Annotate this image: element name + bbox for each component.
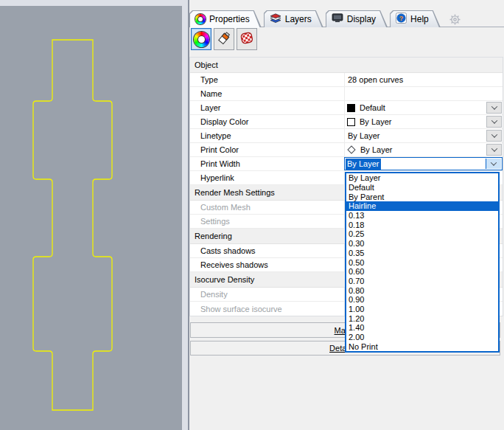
display-color-label: Display Color [200,117,248,126]
row-display-color: Display Color By Layer [190,115,503,129]
viewport-top-strip [0,0,182,6]
dropdown-item[interactable]: 0.80 [346,285,498,295]
tab-properties-label: Properties [209,14,250,24]
linetype-dropdown-button[interactable] [486,130,502,142]
dropdown-item[interactable]: No Print [346,341,498,351]
dropdown-item-selected[interactable]: Hairline [346,201,498,211]
print-width-value: By Layer [346,159,381,170]
display-color-swatch [347,118,355,126]
dropdown-item[interactable]: 0.25 [346,229,498,239]
tab-layers[interactable]: Layers [264,10,323,27]
print-width-label: Print Width [200,159,240,168]
tab-help[interactable]: ? Help [390,10,441,27]
panel-tab-bar: Properties Layers [189,10,443,27]
dropdown-item[interactable]: By Parent [346,192,498,201]
name-label: Name [200,89,222,98]
print-width-dropdown-button[interactable] [486,159,501,169]
print-color-dropdown-button[interactable] [486,144,502,156]
linetype-combobox[interactable]: By Layer [344,129,503,142]
display-color-dropdown-button[interactable] [486,116,502,128]
row-print-width: Print Width By Layer [190,157,503,171]
display-color-combobox[interactable]: By Layer [344,115,503,128]
row-type: Type 28 open curves [190,73,503,87]
dropdown-item[interactable]: 0.13 [346,211,498,221]
layer-combobox[interactable]: Default [344,101,503,114]
rendering-header-label: Rendering [195,232,232,240]
layer-value: Default [360,103,385,112]
casts-shadows-label: Casts shadows [200,246,256,255]
dropdown-item[interactable]: 0.35 [346,249,498,258]
dropdown-item[interactable]: 1.20 [346,313,498,323]
gear-icon[interactable] [449,13,461,26]
print-width-combobox[interactable]: By Layer [344,157,503,170]
type-label: Type [200,75,218,84]
dropdown-item[interactable]: 0.18 [346,220,498,229]
density-label: Density [200,290,228,299]
layers-icon [270,13,281,25]
properties-toolbar [191,28,257,50]
section-object-label: Object [195,60,218,69]
tab-display[interactable]: Display [326,10,388,27]
tab-display-label: Display [347,14,376,24]
print-color-value: By Layer [360,145,392,154]
settings-label: Settings [200,217,230,226]
name-field[interactable] [344,87,503,100]
svg-text:?: ? [399,15,404,22]
isocurve-density-header-label: Isocurve Density [195,275,254,284]
chevron-down-icon [491,159,497,165]
chevron-down-icon [491,131,497,137]
row-print-color: Print Color By Layer [190,143,503,157]
panel-splitter[interactable] [182,0,189,430]
layer-dropdown-button[interactable] [486,102,502,114]
dropdown-item[interactable]: 0.70 [346,277,498,286]
dropdown-item[interactable]: 0.30 [346,239,498,249]
dropdown-item[interactable]: 1.40 [346,323,498,333]
linetype-label: Linetype [200,131,231,140]
render-mesh-header-label: Render Mesh Settings [195,188,275,197]
type-value: 28 open curves [348,75,403,84]
chevron-down-icon [491,145,497,151]
colorwheel-icon [194,32,209,47]
tab-properties[interactable]: Properties [189,10,262,27]
print-color-diamond-swatch [347,145,355,153]
row-linetype: Linetype By Layer [190,129,503,143]
dropdown-item[interactable]: 2.00 [346,333,498,342]
dropdown-item[interactable]: 0.90 [346,295,498,305]
rhino-window: Properties Layers [0,0,504,430]
layer-color-swatch [347,104,355,112]
print-color-label: Print Color [200,145,239,154]
receives-shadows-label: Receives shadows [200,260,268,269]
help-icon: ? [396,13,407,25]
tab-layers-label: Layers [285,14,312,24]
properties-panel: Properties Layers [189,0,504,430]
print-color-combobox[interactable]: By Layer [344,143,503,156]
tab-help-label: Help [410,14,429,24]
custom-mesh-label: Custom Mesh [200,203,251,212]
section-header-object: Object [190,58,503,73]
dropdown-item[interactable]: Default [346,183,498,193]
display-monitor-icon [332,13,343,24]
dropdown-item[interactable]: 0.50 [346,257,498,267]
display-color-value: By Layer [360,117,391,126]
paint-tube-icon [216,30,232,48]
dropdown-item[interactable]: 1.00 [346,305,498,314]
checkered-material-icon [239,30,255,48]
show-surface-isocurve-label: Show surface isocurve [200,305,282,313]
hyperlink-label: Hyperlink [200,173,234,182]
chevron-down-icon [491,117,497,123]
selected-curve-object[interactable] [0,6,182,430]
viewport[interactable] [0,6,182,430]
texture-mapping-button[interactable] [237,28,257,50]
row-layer: Layer Default [190,101,503,115]
dropdown-item[interactable]: 0.60 [346,267,498,277]
layer-label: Layer [200,103,221,112]
linetype-value: By Layer [348,131,379,140]
print-width-dropdown-list: By Layer Default By Parent Hairline 0.13… [345,172,500,353]
properties-colorwheel-icon [195,14,206,24]
row-name: Name [190,87,503,101]
chevron-down-icon [491,103,497,109]
dropdown-item[interactable]: By Layer [346,173,498,183]
object-properties-button[interactable] [191,28,211,50]
material-properties-button[interactable] [214,28,234,50]
